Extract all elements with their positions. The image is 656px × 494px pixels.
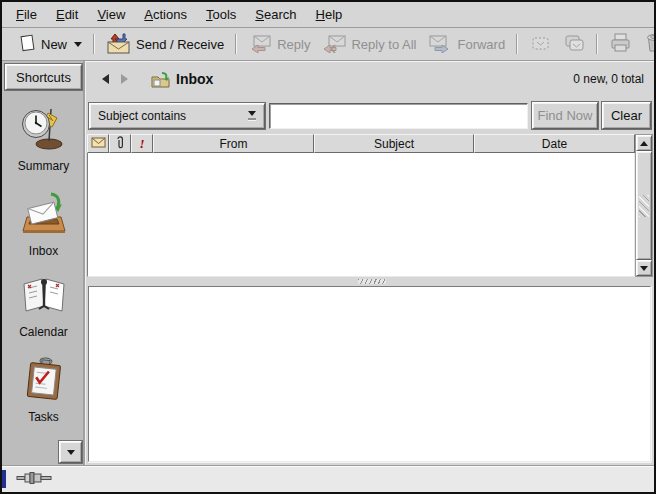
menu-actions[interactable]: Actions	[143, 5, 188, 24]
reply-to-all-icon	[322, 33, 346, 56]
menu-search[interactable]: Search	[254, 5, 297, 24]
scroll-down-button[interactable]	[636, 260, 652, 276]
attachment-icon	[115, 135, 125, 153]
column-important[interactable]: !	[131, 134, 153, 153]
move-to-folder-icon	[529, 33, 551, 56]
back-button[interactable]	[96, 70, 115, 88]
menu-view[interactable]: View	[96, 5, 126, 24]
clear-label: Clear	[611, 108, 642, 123]
find-now-button[interactable]: Find Now	[532, 102, 598, 129]
reply-label: Reply	[277, 37, 310, 52]
move-to-folder-button[interactable]	[523, 29, 557, 60]
send-receive-icon	[106, 32, 131, 57]
message-list-scrollbar	[635, 134, 653, 277]
message-list-header: ! From Subject Date	[87, 134, 635, 153]
forward-arrow-icon	[121, 74, 128, 84]
sidebar-item-tasks[interactable]: Tasks	[22, 356, 66, 424]
toolbar-separator	[235, 34, 237, 54]
send-receive-button[interactable]: Send / Receive	[100, 28, 230, 61]
sidebar-item-label: Inbox	[29, 244, 58, 258]
shortcuts-button[interactable]: Shortcuts	[5, 64, 82, 90]
sidebar-item-label: Summary	[18, 159, 69, 173]
message-list-columns: ! From Subject Date	[87, 134, 635, 277]
splitter-grip-icon[interactable]	[358, 279, 386, 284]
back-arrow-icon	[102, 74, 109, 84]
menu-edit[interactable]: Edit	[55, 5, 79, 24]
search-input[interactable]	[269, 103, 528, 129]
toolbar-separator	[516, 34, 518, 54]
search-criteria-value: Subject contains	[98, 109, 242, 123]
sidebar-item-calendar[interactable]: Calendar	[19, 275, 69, 339]
sidebar-item-inbox[interactable]: Inbox	[20, 190, 68, 258]
copy-to-folder-icon	[563, 33, 585, 56]
content-area: Shortcuts	[2, 61, 654, 465]
column-date[interactable]: Date	[474, 134, 635, 153]
statusbar	[2, 465, 654, 492]
forward-label: Forward	[457, 37, 505, 52]
search-criteria-dropdown[interactable]: Subject contains	[89, 103, 265, 129]
forward-icon	[428, 33, 452, 56]
find-now-label: Find Now	[538, 108, 593, 123]
column-from[interactable]: From	[153, 134, 314, 153]
sidebar-item-label: Calendar	[19, 325, 68, 339]
print-button[interactable]	[603, 28, 638, 60]
scrollbar-grip	[639, 195, 649, 217]
important-icon: !	[139, 136, 144, 152]
online-plug-icon[interactable]	[16, 471, 56, 488]
column-message-status[interactable]	[87, 134, 109, 153]
inbox-tray-icon	[20, 190, 68, 239]
scroll-up-button[interactable]	[636, 135, 652, 151]
toolbar: New Send / Receive	[2, 28, 654, 61]
calendar-book-icon	[19, 275, 69, 320]
activity-indicator	[2, 470, 6, 488]
scrollbar-thumb[interactable]	[636, 151, 652, 260]
column-attachment[interactable]	[109, 134, 131, 153]
menu-help[interactable]: Help	[315, 5, 344, 24]
tasks-clipboard-icon	[22, 356, 66, 405]
message-status-icon	[91, 137, 106, 151]
summary-clock-icon	[20, 107, 68, 154]
search-bar: Subject contains Find Now Clear	[86, 97, 654, 134]
menu-tools[interactable]: Tools	[205, 5, 237, 24]
column-subject[interactable]: Subject	[314, 134, 474, 153]
reply-to-all-button[interactable]: Reply to All	[316, 29, 422, 60]
reply-button[interactable]: Reply	[242, 29, 316, 60]
send-receive-label: Send / Receive	[136, 37, 224, 52]
forward-button[interactable]: Forward	[422, 29, 511, 60]
new-mail-icon	[18, 33, 36, 56]
folder-header: Inbox 0 new, 0 total	[86, 61, 654, 97]
dropdown-indicator	[242, 106, 262, 126]
new-button-label: New	[41, 37, 67, 52]
arrow-up-icon	[640, 141, 648, 146]
dropdown-indicator-bar	[248, 118, 256, 120]
new-button[interactable]: New	[12, 29, 88, 60]
menu-file[interactable]: File	[15, 5, 38, 24]
copy-to-folder-button[interactable]	[557, 29, 591, 60]
delete-button[interactable]	[638, 28, 656, 60]
evolution-window: File Edit View Actions Tools Search Help…	[0, 0, 656, 494]
shortcuts-button-label: Shortcuts	[16, 70, 71, 85]
arrow-down-icon	[640, 266, 648, 271]
main-pane: Inbox 0 new, 0 total Subject contains Fi…	[86, 61, 654, 465]
folder-message-counts: 0 new, 0 total	[573, 72, 644, 86]
message-preview-pane	[88, 286, 651, 462]
chevron-down-icon	[248, 111, 256, 116]
forward-nav-button[interactable]	[115, 70, 134, 88]
sidebar-item-label: Tasks	[28, 410, 59, 424]
message-list-body[interactable]	[87, 153, 635, 277]
print-icon	[609, 32, 632, 56]
delete-icon	[644, 32, 656, 56]
column-date-label: Date	[542, 137, 567, 151]
toolbar-separator	[93, 34, 95, 54]
folder-title: Inbox	[176, 71, 213, 87]
toolbar-separator	[596, 34, 598, 54]
pane-splitter[interactable]	[86, 277, 654, 286]
shortcuts-scroll-down-button[interactable]	[59, 441, 82, 463]
clear-button[interactable]: Clear	[602, 102, 651, 129]
inbox-folder-icon	[150, 71, 170, 88]
column-from-label: From	[220, 137, 248, 151]
reply-to-all-label: Reply to All	[351, 37, 416, 52]
sidebar-item-summary[interactable]: Summary	[18, 107, 69, 173]
message-list: ! From Subject Date	[86, 134, 654, 277]
shortcut-list: Summary	[2, 93, 85, 424]
